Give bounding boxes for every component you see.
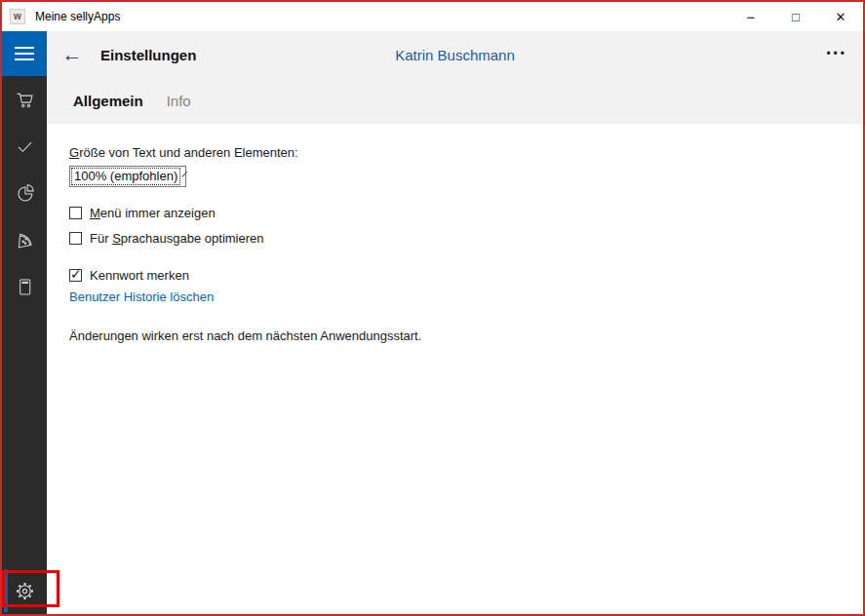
checkmark-glyph: ✓ xyxy=(70,266,82,282)
checkbox-box[interactable] xyxy=(69,207,82,219)
checkmark-icon xyxy=(15,136,35,157)
titlebar: w Meine sellyApps − □ ✕ xyxy=(2,2,863,31)
clear-user-history-link[interactable]: Benutzer Historie löschen xyxy=(69,289,214,304)
maximize-button[interactable]: □ xyxy=(773,2,818,31)
logged-in-user-name: Katrin Buschmann xyxy=(395,47,515,63)
minimize-button[interactable]: − xyxy=(728,2,773,31)
checkbox-box[interactable] xyxy=(69,232,82,245)
close-button[interactable]: ✕ xyxy=(818,2,863,31)
sidebar-item-products[interactable] xyxy=(2,216,47,263)
checkbox-kennwort-merken[interactable]: ✓ Kennwort merken xyxy=(69,267,863,283)
page-title: Einstellungen xyxy=(100,47,196,63)
checkbox-menu-immer-anzeigen[interactable]: Menü immer anzeigen xyxy=(69,205,863,220)
sidebar-item-journal[interactable] xyxy=(2,263,47,310)
page-header: ← Einstellungen Katrin Buschmann ••• All… xyxy=(47,31,863,124)
checkbox-sprachausgabe[interactable]: Für Sprachausgabe optimieren xyxy=(69,230,863,246)
cart-icon xyxy=(15,90,35,110)
text-size-select[interactable]: 100% (empfohlen) xyxy=(69,166,186,187)
pizza-icon xyxy=(15,230,35,250)
text-size-select-value: 100% (empfohlen) xyxy=(71,168,180,185)
tab-info[interactable]: Info xyxy=(167,93,191,109)
hamburger-menu-icon xyxy=(15,47,34,49)
settings-content: Größe von Text und anderen Elementen: 10… xyxy=(47,124,863,343)
checkbox-box[interactable]: ✓ xyxy=(69,269,82,282)
sidebar-item-statistics[interactable] xyxy=(2,170,47,216)
chevron-down-icon xyxy=(182,171,188,176)
main-panel: ← Einstellungen Katrin Buschmann ••• All… xyxy=(47,31,863,614)
gear-icon xyxy=(14,580,36,602)
tab-allgemein[interactable]: Allgemein xyxy=(73,93,143,109)
window-title: Meine sellyApps xyxy=(35,10,120,23)
checkbox-label: Für Sprachausgabe optimieren xyxy=(90,231,264,246)
tab-bar: Allgemein Info xyxy=(47,78,863,124)
book-icon xyxy=(15,277,35,297)
sidebar-item-cart[interactable] xyxy=(2,76,47,123)
selected-item-accent-bar xyxy=(4,569,8,612)
sidebar xyxy=(2,31,47,614)
sidebar-item-tasks[interactable] xyxy=(2,123,47,170)
back-button[interactable]: ← xyxy=(59,40,86,69)
more-options-button[interactable]: ••• xyxy=(822,43,851,64)
text-size-label: Größe von Text und anderen Elementen: xyxy=(69,145,863,160)
checkbox-label: Menü immer anzeigen xyxy=(90,206,216,220)
restart-note: Änderungen wirken erst nach dem nächsten… xyxy=(69,328,863,343)
hamburger-menu-button[interactable] xyxy=(2,31,47,76)
pie-chart-icon xyxy=(15,183,35,204)
app-icon: w xyxy=(10,9,25,24)
app-window: w Meine sellyApps − □ ✕ xyxy=(0,0,865,616)
sidebar-item-settings[interactable] xyxy=(2,567,47,614)
checkbox-label: Kennwort merken xyxy=(90,268,189,283)
